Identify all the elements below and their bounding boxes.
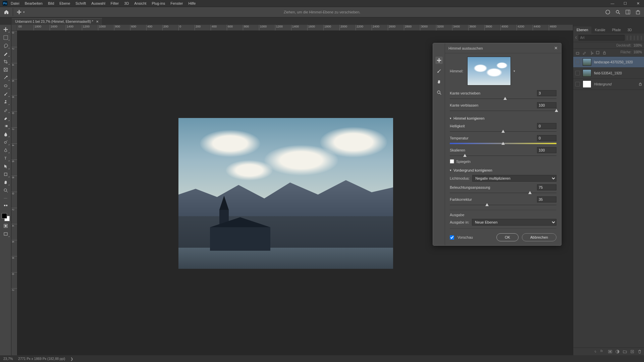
doc-info[interactable]: 2771 Px x 1869 Px (182,88 ppi) xyxy=(18,357,65,361)
minimize-button[interactable]: — xyxy=(608,1,617,5)
fill-value[interactable]: 100% xyxy=(633,50,642,55)
visibility-toggle[interactable] xyxy=(575,82,580,86)
doc-info-caret-icon[interactable]: ❯ xyxy=(70,357,73,361)
eraser-tool[interactable] xyxy=(2,115,10,121)
output-to-select[interactable]: Neue Ebenen xyxy=(472,219,556,226)
tab-ebenen[interactable]: Ebenen xyxy=(573,26,591,34)
link-layers-icon[interactable] xyxy=(593,349,598,354)
ruler-vertical[interactable]: 02468024680246802 xyxy=(11,31,17,355)
menu-3d[interactable]: 3D xyxy=(124,1,129,5)
menu-bearbeiten[interactable]: Bearbeiten xyxy=(25,1,43,5)
tab-3d[interactable]: 3D xyxy=(624,26,635,34)
document-close-icon[interactable]: ✕ xyxy=(96,20,99,23)
marquee-tool[interactable] xyxy=(2,34,10,41)
crop-tool[interactable] xyxy=(2,58,10,65)
menu-plugins[interactable]: Plug-ins xyxy=(152,1,165,5)
layer-name[interactable]: Hintergrund xyxy=(594,82,611,86)
lock-artboard-icon[interactable] xyxy=(595,50,600,55)
foreground-adjustments-header[interactable]: ▾Vordergrund korrigieren xyxy=(450,168,556,172)
hand-tool[interactable] xyxy=(2,179,10,186)
menu-fenster[interactable]: Fenster xyxy=(170,1,183,5)
cloud-icon[interactable] xyxy=(605,9,610,15)
stamp-tool[interactable] xyxy=(2,99,10,105)
wand-tool[interactable] xyxy=(2,50,10,57)
menu-ansicht[interactable]: Ansicht xyxy=(134,1,146,5)
dodge-tool[interactable] xyxy=(2,139,10,145)
fade-edge-slider[interactable] xyxy=(450,109,556,112)
ok-button[interactable]: OK xyxy=(496,233,519,241)
color-swatches[interactable] xyxy=(2,213,10,221)
gradient-tool[interactable] xyxy=(2,123,10,129)
zoom-level[interactable]: 23,7% xyxy=(3,357,13,361)
quickmask-tool[interactable] xyxy=(2,223,10,229)
lighting-adjust-slider[interactable] xyxy=(450,191,556,194)
preview-checkbox[interactable] xyxy=(450,235,454,240)
filter-type-icon[interactable] xyxy=(634,36,635,40)
sky-adjustments-header[interactable]: ▾Himmel korrigieren xyxy=(450,116,556,120)
move-tool[interactable] xyxy=(2,26,10,33)
filter-adjust-icon[interactable] xyxy=(630,36,631,40)
lighting-adjust-input[interactable] xyxy=(537,184,556,190)
brightness-input[interactable] xyxy=(537,123,556,129)
path-select-tool[interactable] xyxy=(2,163,10,170)
type-tool[interactable]: T xyxy=(2,155,10,162)
menu-hilfe[interactable]: Hilfe xyxy=(188,1,196,5)
workspace-icon[interactable] xyxy=(625,9,631,15)
search-icon[interactable] xyxy=(615,9,621,15)
scale-input[interactable] xyxy=(537,147,556,153)
more-tools[interactable]: ⋯ xyxy=(2,195,10,202)
brightness-slider[interactable] xyxy=(450,130,556,132)
close-button[interactable]: ✕ xyxy=(633,1,643,6)
shift-edge-input[interactable] xyxy=(537,90,556,96)
layer-item[interactable]: Hintergrund xyxy=(573,79,644,90)
zoom-tool[interactable] xyxy=(2,187,10,194)
menu-filter[interactable]: Filter xyxy=(111,1,119,5)
tab-kanaele[interactable]: Kanäle xyxy=(591,26,608,34)
mask-icon[interactable] xyxy=(608,349,612,354)
group-icon[interactable] xyxy=(623,349,627,354)
eyedropper-tool[interactable] xyxy=(2,74,10,81)
edit-toolbar[interactable] xyxy=(2,203,10,210)
flip-checkbox[interactable] xyxy=(450,159,454,164)
dialog-title-bar[interactable]: Himmel austauschen ✕ xyxy=(445,43,561,53)
history-brush-tool[interactable] xyxy=(2,107,10,113)
visibility-toggle[interactable] xyxy=(575,60,580,64)
new-layer-icon[interactable] xyxy=(630,349,635,354)
home-icon[interactable] xyxy=(3,9,9,15)
layer-item[interactable]: field-533541_1920 xyxy=(573,68,644,79)
layer-item[interactable]: landscape-4370250_1920 xyxy=(573,57,644,68)
dialog-close-icon[interactable]: ✕ xyxy=(553,45,558,51)
tab-pfade[interactable]: Pfade xyxy=(609,26,624,34)
menu-auswahl[interactable]: Auswahl xyxy=(91,1,105,5)
menu-datei[interactable]: Datei xyxy=(11,1,19,5)
pen-tool[interactable] xyxy=(2,147,10,154)
filter-smart-icon[interactable] xyxy=(641,36,642,40)
visibility-toggle[interactable] xyxy=(575,71,580,75)
sky-preset-thumbnail[interactable]: ▾ xyxy=(467,57,511,85)
color-adjust-input[interactable] xyxy=(537,196,556,202)
delete-icon[interactable] xyxy=(637,349,642,354)
blur-tool[interactable] xyxy=(2,131,10,137)
menu-schrift[interactable]: Schrift xyxy=(75,1,86,5)
menu-bild[interactable]: Bild xyxy=(48,1,54,5)
move-tool-icon[interactable] xyxy=(16,9,22,15)
fade-edge-input[interactable] xyxy=(537,102,556,108)
dialog-zoom-tool[interactable] xyxy=(435,89,443,96)
share-icon[interactable] xyxy=(635,9,641,15)
opacity-value[interactable]: 100% xyxy=(633,44,642,47)
temperature-slider[interactable] xyxy=(450,142,556,144)
dialog-brush-tool[interactable] xyxy=(435,67,443,75)
menu-ebene[interactable]: Ebene xyxy=(59,1,70,5)
shift-edge-slider[interactable] xyxy=(450,97,556,100)
lock-pos-icon[interactable] xyxy=(589,50,593,55)
ruler-horizontal[interactable]: 0018001600140012001000800600400200020040… xyxy=(17,25,573,31)
lasso-tool[interactable] xyxy=(2,42,10,49)
screenmode-tool[interactable] xyxy=(2,231,10,237)
color-adjust-slider[interactable] xyxy=(450,203,556,206)
cancel-button[interactable]: Abbrechen xyxy=(522,233,556,241)
fx-icon[interactable]: fx xyxy=(600,349,605,354)
layer-name[interactable]: landscape-4370250_1920 xyxy=(594,60,633,64)
lock-icon[interactable] xyxy=(602,50,607,55)
scale-slider[interactable] xyxy=(450,154,556,157)
lock-pixel-icon[interactable] xyxy=(582,50,587,55)
